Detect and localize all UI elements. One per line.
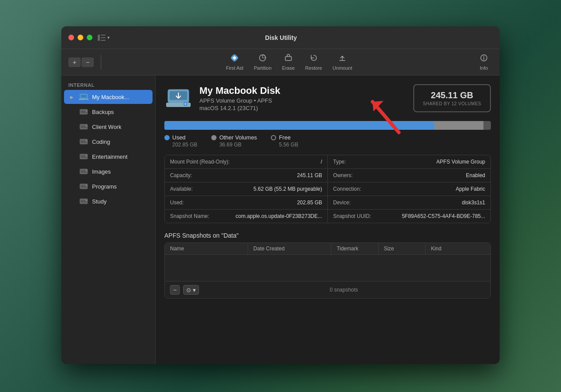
owners-label: Owners:: [333, 172, 353, 178]
toolbar-separator: [101, 55, 101, 69]
svg-point-14: [483, 56, 484, 57]
legend-other-dot: [211, 135, 217, 140]
snapshots-header: Name Date Created Tidemark Size Kind: [165, 243, 490, 255]
disk-size-value: 245.11 GB: [423, 90, 481, 100]
connection-label: Connection:: [333, 186, 361, 192]
svg-point-21: [86, 110, 87, 112]
chevron-icon: ▶: [70, 95, 75, 100]
toolbar-center: First Aid Partition: [105, 52, 473, 72]
info-label: Info: [480, 65, 488, 71]
legend-free-name: Free: [279, 134, 291, 141]
mount-value: /: [321, 159, 322, 165]
legend-used-dot: [164, 135, 170, 140]
info-row-snapshot-name: Snapshot Name: com.apple.os.update-0F23B…: [165, 210, 327, 223]
sidebar-item-entertainment-label: Entertainment: [92, 153, 148, 160]
type-value: APFS Volume Group: [437, 159, 485, 165]
usage-bar-container: Used 202.85 GB Other Volumes 36.69 GB: [164, 121, 491, 148]
svg-point-24: [86, 125, 87, 127]
snapshots-title: APFS Snapshots on "Data": [164, 232, 491, 239]
add-remove-group: + −: [68, 57, 94, 67]
svg-point-27: [86, 140, 87, 142]
study-disk-icon: [79, 196, 89, 206]
restore-button[interactable]: Restore: [301, 52, 327, 72]
svg-rect-5: [233, 57, 236, 59]
first-aid-button[interactable]: First Aid: [221, 52, 248, 72]
legend-used: Used 202.85 GB: [164, 134, 197, 148]
disk-info: My Macbook Disk APFS Volume Group • APFS…: [199, 85, 406, 111]
snap-col-kind: Kind: [426, 243, 490, 254]
entertainment-disk-icon: [79, 152, 89, 161]
legend-other: Other Volumes 36.69 GB: [211, 134, 257, 148]
info-icon: [479, 53, 488, 64]
main-content: Internal ▶ My Macbook... ▶: [61, 75, 500, 364]
snap-col-size: Size: [379, 243, 426, 254]
sidebar-item-coding[interactable]: ▶ Coding: [64, 135, 153, 149]
used-label: Used:: [170, 200, 184, 206]
disk-icon-large: [164, 84, 192, 112]
partition-icon: [258, 53, 267, 64]
snapshot-uuid-value: 5F89A652-C575-4AF4-BD9E-785...: [402, 213, 485, 219]
info-row-snapshot-uuid: Snapshot UUID: 5F89A652-C575-4AF4-BD9E-7…: [328, 210, 490, 223]
detail-panel: My Macbook Disk APFS Volume Group • APFS…: [156, 75, 500, 364]
usage-legend: Used 202.85 GB Other Volumes 36.69 GB: [164, 134, 491, 148]
snapshot-name-value: com.apple.os.update-0F23B273DE...: [236, 213, 322, 219]
snap-action-dropdown[interactable]: ⊙ ▾: [183, 285, 199, 295]
svg-point-44: [185, 103, 186, 105]
snap-remove-button[interactable]: −: [170, 285, 180, 295]
sidebar-item-entertainment[interactable]: ▶ Entertainment: [64, 150, 153, 164]
info-table: Mount Point (Read-Only): / Capacity: 245…: [164, 155, 491, 223]
usage-bar-other-segment: [434, 121, 483, 130]
partition-button[interactable]: Partition: [249, 52, 276, 72]
sidebar-item-programs-label: Programs: [92, 183, 148, 190]
info-row-connection: Connection: Apple Fabric: [328, 182, 490, 196]
info-row-capacity: Capacity: 245.11 GB: [165, 169, 327, 182]
used-value: 202.85 GB: [297, 200, 322, 206]
sidebar-item-images[interactable]: ▶ Images: [64, 164, 153, 178]
legend-other-value: 36.69 GB: [211, 142, 257, 148]
snap-col-name: Name: [165, 243, 248, 254]
sidebar-item-study-label: Study: [92, 198, 148, 205]
snapshot-name-label: Snapshot Name:: [170, 213, 209, 219]
add-volume-button[interactable]: +: [68, 57, 81, 67]
disk-size-sub: Shared by 12 Volumes: [423, 101, 481, 106]
snapshot-uuid-label: Snapshot UUID:: [333, 213, 371, 219]
legend-used-value: 202.85 GB: [164, 142, 197, 148]
sidebar-item-backups-label: Backups: [92, 109, 148, 115]
snap-col-tidemark: Tidemark: [331, 243, 379, 254]
erase-button[interactable]: Erase: [278, 52, 299, 72]
info-col-right: Type: APFS Volume Group Owners: Enabled …: [328, 155, 490, 223]
sidebar-item-client-work[interactable]: ▶ Client Work: [64, 120, 153, 134]
info-row-owners: Owners: Enabled: [328, 169, 490, 182]
macbook-disk-icon: [79, 92, 89, 102]
svg-rect-16: [81, 95, 87, 98]
svg-rect-17: [79, 99, 89, 100]
legend-used-name: Used: [172, 134, 185, 141]
disk-subtitle1: APFS Volume Group • APFS: [199, 97, 406, 104]
connection-value: Apple Fabric: [456, 186, 485, 192]
svg-rect-9: [285, 57, 291, 61]
mount-label: Mount Point (Read-Only):: [170, 159, 230, 165]
usage-bar-used-segment: [164, 121, 434, 130]
legend-free-value: 5.56 GB: [271, 142, 298, 148]
sidebar-section-label: Internal: [61, 79, 155, 89]
available-label: Available:: [170, 186, 193, 192]
sidebar-item-study[interactable]: ▶ Study: [64, 194, 153, 208]
svg-point-36: [86, 185, 87, 186]
backups-disk-icon: [79, 107, 89, 117]
legend-other-name: Other Volumes: [219, 134, 257, 141]
usage-bar: [164, 121, 491, 130]
info-row-mount: Mount Point (Read-Only): /: [165, 155, 327, 169]
snap-col-date: Date Created: [248, 243, 331, 254]
remove-volume-button[interactable]: −: [82, 57, 94, 67]
unmount-button[interactable]: Unmount: [328, 52, 357, 72]
info-button[interactable]: Info: [475, 52, 493, 72]
client-work-disk-icon: [79, 122, 89, 132]
info-row-type: Type: APFS Volume Group: [328, 155, 490, 169]
snap-count: 0 snapshots: [202, 287, 485, 293]
disk-size-badge: 245.11 GB Shared by 12 Volumes: [413, 84, 491, 112]
sidebar-item-programs[interactable]: ▶ Programs: [64, 179, 153, 193]
images-disk-icon: [79, 167, 89, 176]
sidebar-item-backups[interactable]: ▶ Backups: [64, 105, 153, 119]
sidebar-item-my-macbook[interactable]: ▶ My Macbook...: [64, 90, 153, 104]
device-label: Device:: [333, 200, 351, 206]
